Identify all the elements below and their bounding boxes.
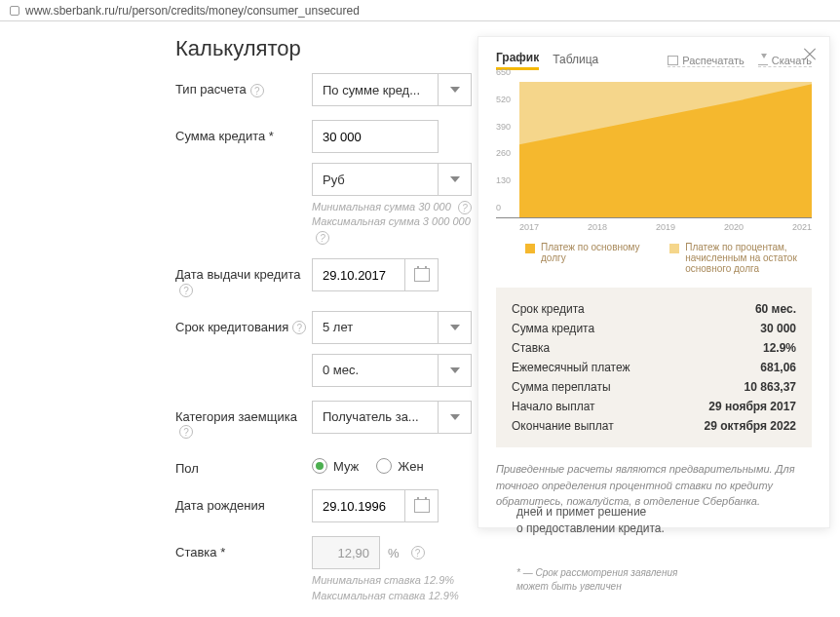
rate-pct: % (388, 546, 400, 560)
term-years-select[interactable]: 5 лет (312, 311, 439, 344)
chevron-down-icon (450, 367, 460, 373)
chevron-down-icon (450, 414, 460, 420)
legend-interest: Платеж по процентам, начисленным на оста… (669, 242, 812, 274)
below-note: * — Срок рассмотрения заявления может бы… (516, 566, 711, 594)
term-months-select-btn[interactable] (439, 354, 472, 387)
help-icon[interactable]: ? (179, 284, 193, 297)
currency-select[interactable]: Руб (312, 163, 439, 196)
close-icon[interactable] (802, 47, 818, 62)
rate-input[interactable] (312, 536, 380, 569)
category-select-btn[interactable] (439, 401, 472, 434)
dob-picker-btn[interactable] (405, 489, 439, 522)
label-dob: Дата рождения (175, 489, 312, 513)
print-icon (668, 56, 678, 65)
label-issue-date: Дата выдачи кредита? (175, 258, 312, 297)
legend-principal: Платеж по основному долгу (525, 242, 650, 274)
disclaimer: Приведенные расчеты являются предварител… (496, 461, 812, 510)
chevron-down-icon (450, 325, 460, 330)
url-text: www.sberbank.ru/ru/person/credits/money/… (25, 4, 360, 18)
chevron-down-icon (450, 87, 460, 93)
chevron-down-icon (450, 176, 460, 182)
currency-select-btn[interactable] (439, 163, 472, 196)
results-panel: График Таблица Распечатать Скачать 01302… (477, 36, 830, 528)
download-icon (758, 56, 768, 65)
label-gender: Пол (175, 452, 312, 476)
dob-input[interactable] (312, 489, 405, 522)
label-term: Срок кредитования? (175, 311, 312, 335)
label-calc-type: Тип расчета? (175, 73, 312, 97)
radio-icon (312, 458, 327, 474)
below-text: дней и примет решение о предоставлении к… (516, 504, 711, 537)
issue-date-picker-btn[interactable] (405, 258, 439, 291)
radio-icon (376, 458, 392, 474)
help-icon[interactable]: ? (316, 231, 329, 245)
term-years-select-btn[interactable] (439, 311, 472, 344)
calendar-icon (414, 268, 430, 282)
calendar-icon (414, 499, 430, 513)
payment-chart: 0130260390520650 (496, 82, 812, 218)
print-link[interactable]: Распечатать (668, 55, 744, 67)
amount-input[interactable] (312, 120, 439, 153)
amount-hint: Минимальная сумма 30 000 ? Максимальная … (312, 200, 477, 245)
help-icon[interactable]: ? (458, 201, 472, 214)
gender-male-radio[interactable]: Муж (312, 458, 359, 474)
lock-icon (10, 6, 19, 16)
calc-type-select-btn[interactable] (439, 73, 472, 106)
help-icon[interactable]: ? (292, 321, 306, 334)
gender-female-radio[interactable]: Жен (376, 458, 423, 474)
address-bar[interactable]: www.sberbank.ru/ru/person/credits/money/… (0, 0, 840, 21)
tab-table[interactable]: Таблица (553, 53, 598, 69)
term-months-select[interactable]: 0 мес. (312, 354, 439, 387)
help-icon[interactable]: ? (411, 546, 425, 559)
issue-date-input[interactable] (312, 258, 405, 291)
label-category: Категория заемщика? (175, 401, 312, 440)
stats-block: Срок кредита60 мес. Сумма кредита30 000 … (496, 288, 812, 447)
rate-hint: Минимальная ставка 12.9% Максимальная ст… (312, 573, 477, 603)
category-select[interactable]: Получатель за... (312, 401, 439, 434)
label-rate: Ставка * (175, 536, 312, 559)
help-icon[interactable]: ? (179, 425, 193, 439)
label-amount: Сумма кредита * (175, 120, 312, 143)
help-icon[interactable]: ? (250, 84, 264, 97)
calc-type-select[interactable]: По сумме кред... (312, 73, 439, 106)
